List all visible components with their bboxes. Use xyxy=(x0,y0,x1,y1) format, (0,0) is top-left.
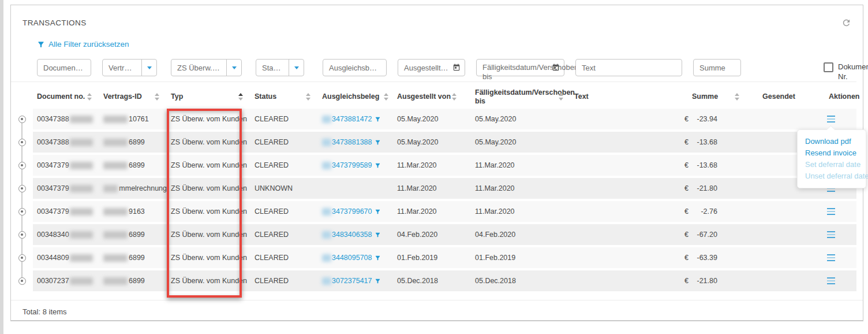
filter-label: ZS Überw. v... xyxy=(171,64,226,72)
filter-vertrags-id-select[interactable]: Vertrags-ID xyxy=(102,59,157,76)
filter-typ-select[interactable]: ZS Überw. v... xyxy=(171,59,242,76)
beleg-link[interactable]: 3473881388 xyxy=(332,138,372,146)
cell-aktionen xyxy=(802,247,856,268)
cell-gesendet xyxy=(744,201,802,222)
sort-icon[interactable] xyxy=(155,93,159,101)
table-row[interactable]: 00347379 mmelrechnung ZS Überw. vom Kund… xyxy=(11,178,856,199)
table-footer: Total: 8 items xyxy=(11,300,863,316)
cell-document-no: 00307237 xyxy=(33,270,99,291)
chevron-down-icon[interactable] xyxy=(226,60,241,76)
cell-typ: ZS Überw. vom Kunden xyxy=(167,270,250,291)
funnel-icon[interactable] xyxy=(375,116,381,123)
column-header-summe[interactable]: Summe xyxy=(678,88,744,106)
expand-row-button[interactable] xyxy=(11,178,33,199)
hamburger-menu-icon[interactable] xyxy=(827,277,835,285)
table-row[interactable]: 00347379 6899 ZS Überw. vom Kunden CLEAR… xyxy=(11,155,856,176)
filter-faelligkeitsdatum-date[interactable]: Fälligkeitsdatum/Verschoben bis xyxy=(476,59,564,76)
chevron-down-icon[interactable] xyxy=(141,60,156,76)
expand-row-button[interactable] xyxy=(11,224,33,245)
beleg-link[interactable]: 3448095708 xyxy=(332,254,372,262)
cell-summe: €-23.94 xyxy=(678,109,744,129)
cell-typ: ZS Überw. vom Kunden xyxy=(167,155,250,176)
filter-document-no-input[interactable]: Document no. xyxy=(37,59,91,76)
cell-text xyxy=(570,224,678,245)
funnel-icon[interactable] xyxy=(375,232,381,238)
beleg-link[interactable]: 3483406358 xyxy=(332,231,372,239)
hamburger-menu-icon[interactable] xyxy=(827,208,835,216)
filter-ausgleichsbeleg-input[interactable]: Ausgleichsbeleg xyxy=(323,59,387,76)
funnel-icon[interactable] xyxy=(375,209,381,215)
hamburger-menu-icon[interactable] xyxy=(827,254,835,262)
table-row[interactable]: 00344809 6899 ZS Überw. vom Kunden CLEAR… xyxy=(11,247,856,268)
cell-vertrags-id: 6899 xyxy=(99,224,167,245)
cell-faelligkeitsdatum: 05.Dec.2018 xyxy=(471,270,570,291)
sort-icon[interactable] xyxy=(452,93,457,101)
cell-ausgestellt-von: 01.Feb.2019 xyxy=(393,247,471,268)
dokument-nr-checkbox[interactable]: Dokument-Nr. xyxy=(824,62,868,81)
checkbox-icon[interactable] xyxy=(824,62,833,72)
column-header-ausgestellt-von[interactable]: Ausgestellt von xyxy=(393,88,471,106)
funnel-icon[interactable] xyxy=(375,255,381,261)
sort-icon[interactable] xyxy=(384,93,388,101)
table-row[interactable]: 00307237 6899 ZS Überw. vom Kunden CLEAR… xyxy=(11,270,856,291)
expand-row-button[interactable] xyxy=(11,270,33,291)
filter-text-input[interactable]: Text xyxy=(575,59,682,76)
table-row[interactable]: 00347388 6899 ZS Überw. vom Kunden CLEAR… xyxy=(11,132,856,153)
sort-icon[interactable] xyxy=(559,93,563,101)
column-header-typ[interactable]: Typ xyxy=(167,88,250,106)
sort-icon[interactable] xyxy=(735,93,739,101)
sort-icon[interactable] xyxy=(306,93,310,101)
funnel-icon[interactable] xyxy=(375,139,381,146)
cell-vertrags-id: 6899 xyxy=(99,270,167,291)
cell-ausgleichsbeleg: 3448095708 xyxy=(318,247,393,268)
cell-text xyxy=(570,109,678,129)
cell-summe: €-67.20 xyxy=(678,224,744,245)
expand-row-button[interactable] xyxy=(11,109,33,129)
funnel-icon[interactable] xyxy=(375,278,381,284)
table-row[interactable]: 00347388 10761 ZS Überw. vom Kunden CLEA… xyxy=(11,109,856,129)
column-header-status[interactable]: Status xyxy=(250,88,318,106)
column-header-vertrags-id[interactable]: Vertrags-ID xyxy=(99,88,167,106)
filter-status-select[interactable]: Status xyxy=(256,59,304,76)
expand-row-button[interactable] xyxy=(11,132,33,153)
calendar-icon[interactable] xyxy=(548,60,564,76)
filter-summe-input[interactable]: Summe xyxy=(693,59,741,76)
filter-ausgestellt-vor-date[interactable]: Ausgestellt vor xyxy=(398,59,465,76)
column-header-faelligkeitsdatum[interactable]: Fälligkeitsdatum/Verschoben bis xyxy=(471,88,570,106)
funnel-icon[interactable] xyxy=(375,162,381,169)
expand-row-button[interactable] xyxy=(11,201,33,222)
expand-row-button[interactable] xyxy=(11,155,33,176)
chevron-down-icon[interactable] xyxy=(289,60,304,76)
cell-typ: ZS Überw. vom Kunden xyxy=(167,224,250,245)
expand-row-button[interactable] xyxy=(11,247,33,268)
beleg-link[interactable]: 3473799670 xyxy=(332,207,372,216)
cell-ausgleichsbeleg: 3473881388 xyxy=(318,132,393,153)
cell-gesendet xyxy=(744,224,802,245)
column-header-gesendet: Gesendet xyxy=(744,88,802,106)
cell-document-no: 00347379 xyxy=(33,201,99,222)
column-header-text: Text xyxy=(570,88,678,106)
beleg-link[interactable]: 3473799589 xyxy=(332,161,372,169)
reset-all-filters-link[interactable]: Alle Filter zurücksetzen xyxy=(37,40,129,49)
menu-item-resend-invoice[interactable]: Resend invoice xyxy=(805,147,866,159)
sort-icon[interactable] xyxy=(87,93,92,101)
beleg-link[interactable]: 3072375417 xyxy=(332,277,372,285)
menu-item-download-pdf[interactable]: Download pdf xyxy=(805,136,866,147)
page-title: TRANSACTIONS xyxy=(23,18,87,27)
redacted-blur xyxy=(70,277,93,285)
column-header-ausgleichsbeleg[interactable]: Ausgleichsbeleg xyxy=(318,88,393,106)
refresh-icon[interactable] xyxy=(841,18,851,28)
table-row[interactable]: 00348340 6899 ZS Überw. vom Kunden CLEAR… xyxy=(11,224,856,245)
redacted-blur xyxy=(70,231,93,239)
beleg-link[interactable]: 3473881472 xyxy=(332,115,372,123)
hamburger-menu-icon[interactable] xyxy=(827,116,835,123)
calendar-icon[interactable] xyxy=(448,60,465,76)
cell-ausgestellt-von: 11.Mar.2020 xyxy=(393,201,471,222)
redacted-blur xyxy=(322,208,331,216)
redacted-blur xyxy=(103,139,128,146)
column-header-document-no[interactable]: Document no. xyxy=(33,88,99,106)
sort-icon-active[interactable] xyxy=(238,93,243,101)
hamburger-menu-icon[interactable] xyxy=(827,231,835,239)
table-row[interactable]: 00347379 9163 ZS Überw. vom Kunden CLEAR… xyxy=(11,201,856,222)
cell-status: CLEARED xyxy=(250,132,318,153)
